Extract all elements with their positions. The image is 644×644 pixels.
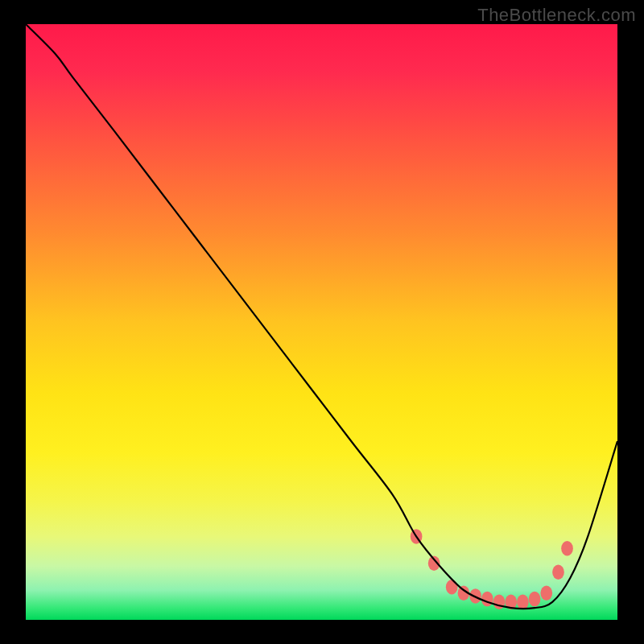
curve-marker xyxy=(552,565,564,580)
plot-area xyxy=(26,24,617,620)
watermark-text: TheBottleneck.com xyxy=(477,5,636,26)
curve-layer xyxy=(26,24,617,620)
curve-marker xyxy=(529,592,541,607)
curve-marker xyxy=(517,595,529,610)
marker-group xyxy=(411,529,573,609)
curve-marker xyxy=(561,541,573,556)
curve-marker xyxy=(540,585,552,601)
bottleneck-curve xyxy=(26,24,617,609)
curve-marker xyxy=(446,580,458,595)
